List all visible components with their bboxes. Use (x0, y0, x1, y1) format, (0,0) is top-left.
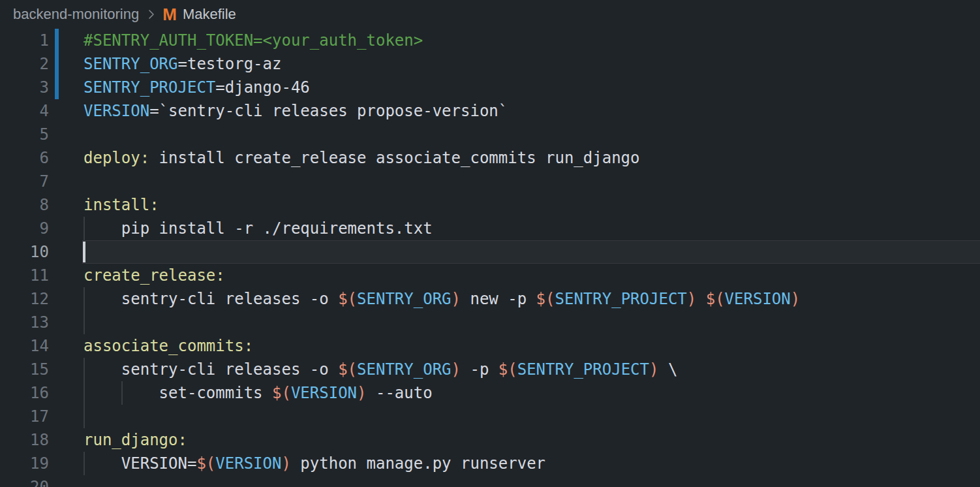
token-plain: =django-46 (215, 78, 310, 97)
makefile-icon: M (162, 6, 177, 23)
token-interp: ) (452, 360, 461, 379)
token-plain: python manage.py runserver (291, 454, 545, 473)
breadcrumb-folder[interactable]: backend-monitoring (13, 6, 139, 23)
token-interp: ) (649, 360, 658, 379)
token-plain: \ (658, 360, 677, 379)
token-var: SENTRY_PROJECT (517, 360, 649, 379)
code-line: 9 pip install -r ./requirements.txt (0, 217, 980, 240)
line-number: 1 (0, 29, 49, 52)
code-line: 19 VERSION=$(VERSION) python manage.py r… (0, 452, 980, 475)
code-line: 8install: (0, 193, 980, 217)
token-target: associate_commits: (84, 337, 253, 355)
line-number: 6 (0, 146, 49, 170)
token-interp: ) (281, 454, 290, 473)
code-line-text[interactable]: install: (84, 193, 159, 217)
token-interp: $( (196, 454, 215, 473)
token-var: SENTRY_ORG (357, 290, 452, 308)
git-modified-indicator[interactable] (55, 76, 59, 99)
token-target: deploy: (84, 149, 149, 167)
git-modified-indicator[interactable] (55, 52, 59, 76)
code-line-text[interactable]: VERSION=`sentry-cli releases propose-ver… (84, 99, 508, 123)
line-number: 8 (0, 193, 49, 217)
breadcrumb-file[interactable]: M Makefile (162, 6, 236, 23)
token-target: run_django: (84, 431, 187, 449)
code-line: 17 (0, 405, 980, 428)
line-number: 5 (0, 123, 49, 146)
code-line: 4VERSION=`sentry-cli releases propose-ve… (0, 99, 980, 123)
token-var: VERSION (291, 384, 357, 402)
code-line: 12 sentry-cli releases -o $(SENTRY_ORG) … (0, 287, 980, 311)
line-number: 11 (0, 264, 49, 287)
token-plain: sentry-cli releases -o (84, 290, 338, 308)
token-interp: $( (338, 290, 357, 308)
code-line-text[interactable]: associate_commits: (84, 334, 253, 358)
line-number: 9 (0, 217, 49, 240)
line-number: 16 (0, 381, 49, 405)
code-editor: backend-monitoring M Makefile 1#SENTRY_A… (0, 0, 980, 487)
line-number: 14 (0, 334, 49, 358)
token-interp: $( (338, 360, 357, 379)
code-line-text[interactable]: deploy: install create_release associate… (84, 146, 640, 170)
line-number: 20 (0, 475, 49, 487)
token-plain: VERSION= (84, 454, 196, 473)
token-var: SENTRY_PROJECT (84, 78, 215, 97)
editor-lines: 1#SENTRY_AUTH_TOKEN=<your_auth_token>2SE… (0, 29, 980, 487)
code-line-text[interactable]: set-commits $(VERSION) --auto (84, 381, 433, 405)
indent-guide (84, 405, 85, 428)
breadcrumb-file-label: Makefile (183, 6, 236, 23)
token-plain: =testorg-az (178, 55, 282, 73)
token-var: SENTRY_ORG (84, 55, 178, 73)
line-number: 10 (0, 240, 49, 264)
code-line-text[interactable]: SENTRY_PROJECT=django-46 (84, 76, 310, 99)
token-plain: set-commits (84, 384, 272, 402)
token-plain: -p (461, 360, 498, 379)
token-plain: =`sentry-cli releases propose-version` (149, 102, 508, 120)
code-line: 5 (0, 123, 980, 146)
current-line-highlight (82, 240, 980, 264)
code-line-text[interactable]: SENTRY_ORG=testorg-az (84, 52, 281, 76)
token-plain: pip install -r ./requirements.txt (84, 219, 433, 238)
code-line-text[interactable]: #SENTRY_AUTH_TOKEN=<your_auth_token> (84, 29, 423, 52)
git-modified-indicator[interactable] (55, 29, 59, 52)
code-line-text[interactable]: sentry-cli releases -o $(SENTRY_ORG) new… (84, 287, 800, 311)
token-interp: ) (791, 290, 800, 308)
code-line: 18run_django: (0, 428, 980, 452)
code-line-text[interactable]: pip install -r ./requirements.txt (84, 217, 433, 240)
line-number: 7 (0, 170, 49, 193)
token-target: install: (84, 196, 159, 214)
token-interp: ) (687, 290, 696, 308)
indent-guide (84, 311, 85, 334)
token-interp: $( (498, 360, 517, 379)
token-plain: sentry-cli releases -o (84, 360, 338, 379)
line-number: 3 (0, 76, 49, 99)
token-plain: install create_release associate_commits… (149, 149, 639, 167)
token-interp: $( (536, 290, 555, 308)
token-comment: #SENTRY_AUTH_TOKEN=<your_auth_token> (84, 31, 423, 50)
code-line-text[interactable]: VERSION=$(VERSION) python manage.py runs… (84, 452, 545, 475)
code-line: 3SENTRY_PROJECT=django-46 (0, 76, 980, 99)
token-var: VERSION (215, 454, 281, 473)
line-number: 18 (0, 428, 49, 452)
token-var: SENTRY_ORG (357, 360, 452, 379)
line-number: 12 (0, 287, 49, 311)
line-number: 19 (0, 452, 49, 475)
code-line-text[interactable]: create_release: (84, 264, 225, 287)
code-line-text[interactable]: run_django: (84, 428, 187, 452)
code-line: 14associate_commits: (0, 334, 980, 358)
token-plain: new -p (461, 290, 536, 308)
token-var: SENTRY_PROJECT (555, 290, 687, 308)
token-plain: --auto (367, 384, 433, 402)
code-line: 11create_release: (0, 264, 980, 287)
code-line: 16 set-commits $(VERSION) --auto (0, 381, 980, 405)
code-line: 15 sentry-cli releases -o $(SENTRY_ORG) … (0, 358, 980, 381)
token-interp: ) (357, 384, 366, 402)
token-var: VERSION (84, 102, 149, 120)
token-interp: $( (706, 290, 725, 308)
code-line-text[interactable]: sentry-cli releases -o $(SENTRY_ORG) -p … (84, 358, 677, 381)
token-var: VERSION (725, 290, 791, 308)
text-cursor (83, 242, 85, 262)
code-line: 1#SENTRY_AUTH_TOKEN=<your_auth_token> (0, 29, 980, 52)
token-interp: ) (452, 290, 461, 308)
code-line: 2SENTRY_ORG=testorg-az (0, 52, 980, 76)
code-line: 20 (0, 475, 980, 487)
